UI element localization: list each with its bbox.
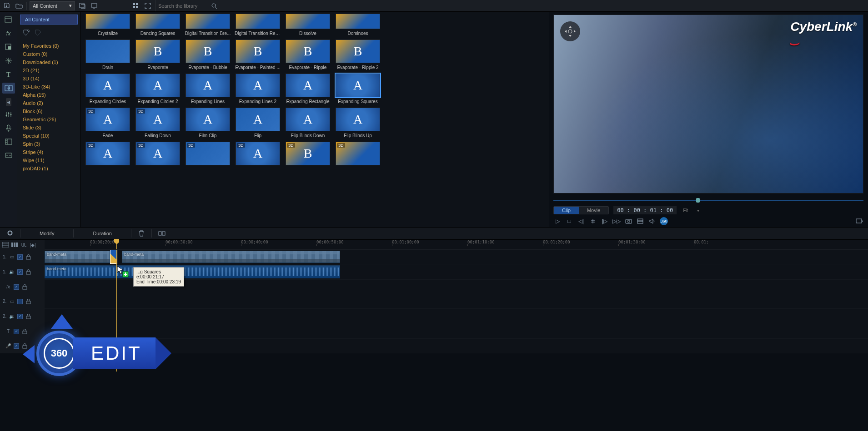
transition-item[interactable]: A3D: [235, 142, 281, 167]
category-item[interactable]: Geometric (26): [17, 115, 80, 124]
snap-icon[interactable]: [20, 241, 27, 248]
transition-item[interactable]: AFilm Clip: [185, 108, 231, 138]
marker-icon[interactable]: |◆|: [29, 241, 36, 248]
zoom-select[interactable]: Fit▾: [678, 207, 704, 214]
track-content[interactable]: [45, 324, 868, 338]
transition-item[interactable]: AExpanding Lines 2: [235, 74, 281, 104]
sidebar-header[interactable]: All Content: [20, 15, 78, 25]
transition-item[interactable]: 3D: [185, 142, 231, 167]
track-visible-checkbox[interactable]: ✓: [17, 269, 23, 275]
particle-tool-icon[interactable]: [2, 55, 15, 66]
track-lock-icon[interactable]: [21, 284, 28, 290]
grid-view-icon[interactable]: [131, 1, 140, 10]
transition-item[interactable]: AExpanding Lines: [185, 74, 231, 104]
transition-item[interactable]: AExpanding Rectangle: [285, 74, 331, 104]
video-clip[interactable]: band-meta: [122, 251, 340, 263]
transition-on-clip[interactable]: [110, 250, 117, 264]
transition-item[interactable]: B3D: [285, 142, 331, 167]
transition-item[interactable]: A3D: [85, 142, 131, 167]
storyboard-view-icon[interactable]: [11, 241, 18, 248]
transition-item[interactable]: AExpanding Circles: [85, 74, 131, 104]
transition-item[interactable]: 3D: [335, 142, 381, 167]
modify-button[interactable]: Modify: [25, 229, 69, 238]
fast-forward-button[interactable]: ▷▷: [612, 217, 621, 225]
transition-item[interactable]: Dominoes: [335, 14, 381, 36]
track-visible-checkbox[interactable]: ✓: [14, 343, 19, 349]
duration-button[interactable]: Duration: [78, 229, 126, 238]
transition-item[interactable]: BEvaporate - Ripple: [285, 40, 331, 70]
track-lock-icon[interactable]: [25, 269, 31, 275]
search-field[interactable]: [155, 0, 220, 11]
content-filter-select[interactable]: All Content ▾: [30, 1, 75, 10]
category-item[interactable]: Special (10): [17, 132, 80, 140]
trim-button[interactable]: [589, 217, 597, 225]
search-icon[interactable]: [211, 3, 217, 9]
track-header[interactable]: fx✓: [0, 280, 45, 294]
add-tag-icon[interactable]: [22, 28, 31, 37]
audio-mix-tool-icon[interactable]: [2, 109, 15, 120]
track-lock-icon[interactable]: [21, 328, 28, 335]
play-button[interactable]: ▷: [553, 217, 562, 225]
snapshot-button[interactable]: [624, 217, 632, 225]
track-lock-icon[interactable]: [25, 298, 31, 305]
transition-item[interactable]: Dancing Squares: [135, 14, 181, 36]
media-tool-icon[interactable]: [2, 15, 15, 25]
collapse-left-icon[interactable]: ◀: [6, 98, 11, 106]
remove-tag-icon[interactable]: [34, 28, 43, 37]
360-mode-button[interactable]: 360: [660, 217, 668, 225]
track-header[interactable]: 2.🔉✓: [0, 309, 45, 324]
transition-item[interactable]: BEvaporate - Painted ...: [235, 40, 281, 70]
transition-item[interactable]: BEvaporate - Bubble: [185, 40, 231, 70]
timeline-view-icon[interactable]: [2, 241, 9, 248]
category-item[interactable]: Alpha (15): [17, 91, 80, 99]
category-item[interactable]: My Favorites (0): [17, 42, 80, 50]
timeline-ruler[interactable]: 00;00;20;0000;00;30;0000;00;40;0000;00;5…: [45, 240, 868, 250]
track-content[interactable]: band-meta...g Squarese:00:00:21:17End Ti…: [45, 264, 868, 279]
delete-icon[interactable]: [136, 229, 147, 238]
track-header[interactable]: 1.▭✓: [0, 250, 45, 264]
transition-item[interactable]: AExpanding Squares: [335, 74, 381, 104]
transition-item[interactable]: A3D: [135, 142, 181, 167]
transition-item[interactable]: AFlip: [235, 108, 281, 138]
seek-thumb[interactable]: [696, 198, 700, 203]
transition-item[interactable]: BEvaporate: [135, 40, 181, 70]
transition-item[interactable]: AFlip Blinds Up: [335, 108, 381, 138]
track-header[interactable]: 🎤✓: [0, 339, 45, 353]
category-item[interactable]: 3D (14): [17, 74, 80, 83]
expand-icon[interactable]: [143, 1, 152, 10]
folder-icon[interactable]: [15, 1, 24, 10]
transition-item[interactable]: BEvaporate - Ripple 2: [335, 40, 381, 70]
search-input[interactable]: [158, 3, 208, 9]
track-header[interactable]: 2.▭: [0, 294, 45, 308]
transition-item[interactable]: Digital Transition Res...: [235, 14, 281, 36]
category-item[interactable]: Downloaded (1): [17, 58, 80, 66]
fx-settings-icon[interactable]: [5, 229, 15, 238]
voice-tool-icon[interactable]: [2, 123, 15, 134]
title-tool-icon[interactable]: T: [2, 69, 15, 80]
pan-360-widget[interactable]: [560, 21, 580, 41]
preview-canvas[interactable]: CyberLink®⌣: [553, 15, 863, 193]
preview-options-button[interactable]: [636, 217, 644, 225]
track-visible-checkbox[interactable]: ✓: [17, 314, 23, 319]
import-icon[interactable]: [3, 1, 12, 10]
fx-tool-icon[interactable]: fx: [2, 28, 15, 39]
undock-button[interactable]: [855, 217, 863, 225]
category-item[interactable]: Block (6): [17, 107, 80, 115]
pip-tool-icon[interactable]: [2, 42, 15, 53]
category-item[interactable]: Wipe (11): [17, 156, 80, 164]
category-item[interactable]: Slide (3): [17, 124, 80, 132]
movie-tab[interactable]: Movie: [579, 207, 608, 214]
track-visible-checkbox[interactable]: [17, 299, 23, 304]
category-item[interactable]: Audio (2): [17, 99, 80, 107]
audio-clip[interactable]: band-meta: [45, 265, 340, 278]
track-visible-checkbox[interactable]: ✓: [14, 329, 19, 334]
stop-button[interactable]: □: [565, 217, 573, 225]
track-lock-icon[interactable]: [25, 313, 31, 320]
category-item[interactable]: proDAD (1): [17, 164, 80, 173]
volume-button[interactable]: [648, 217, 656, 225]
video-clip[interactable]: band-meta: [45, 251, 110, 263]
category-item[interactable]: Spin (3): [17, 140, 80, 148]
transition-item[interactable]: A3DFade: [85, 108, 131, 138]
new-window-icon[interactable]: [78, 1, 87, 10]
clip-tab[interactable]: Clip: [554, 207, 579, 214]
